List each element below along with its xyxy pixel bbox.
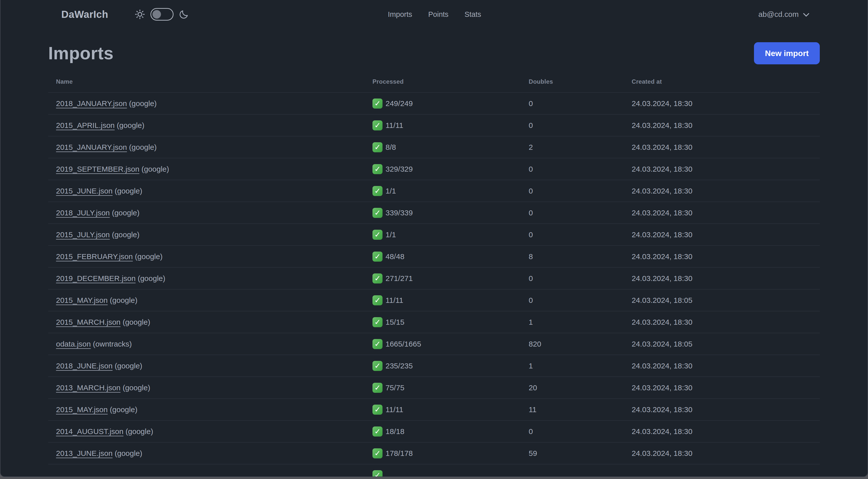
import-file-link[interactable]: 2018_JUNE.json	[56, 362, 113, 370]
import-file-link[interactable]: 2015_APRIL.json	[56, 121, 115, 129]
cell-created-at: 24.03.2024, 18:05	[624, 289, 820, 311]
import-file-link[interactable]: odata.json	[56, 340, 91, 348]
app-window: DaWarIch	[0, 0, 868, 477]
cell-processed: ✓ 8/8	[365, 136, 521, 158]
created-at-value: 24.03.2024, 18:05	[632, 296, 692, 304]
cell-processed: ✓ 1/1	[365, 180, 521, 202]
processed-count: 329/329	[385, 165, 413, 173]
created-at-value: 24.03.2024, 18:30	[632, 252, 692, 261]
cell-created-at: 24.03.2024, 18:30	[624, 398, 820, 420]
cell-doubles	[521, 464, 624, 477]
cell-name: 2013_JUNE.json (google)	[48, 442, 365, 464]
cell-created-at: 24.03.2024, 18:30	[624, 442, 820, 464]
cell-created-at: 24.03.2024, 18:30	[624, 114, 820, 136]
import-source-label: (google)	[117, 121, 145, 129]
cell-processed: ✓ 178/178	[365, 442, 521, 464]
import-file-link[interactable]: 2019_DECEMBER.json	[56, 274, 135, 282]
processed-count: 1/1	[385, 187, 396, 195]
import-file-link[interactable]: 2015_MAY.json	[56, 406, 108, 414]
theme-switch-knob	[152, 10, 161, 19]
table-row: 2013_JUNE.json (google) ✓ 178/178 59 24.…	[48, 442, 820, 464]
cell-created-at	[624, 464, 820, 477]
import-file-link[interactable]: 2013_MARCH.json	[56, 384, 121, 392]
import-file-link[interactable]: 2018_JULY.json	[56, 209, 110, 217]
table-row: 2015_FEBRUARY.json (google) ✓ 48/48 8 24…	[48, 245, 820, 267]
processed-count: 235/235	[385, 362, 413, 370]
cell-processed: ✓ 11/11	[365, 114, 521, 136]
processed-count: 271/271	[385, 274, 413, 283]
import-file-link[interactable]: 2015_JUNE.json	[56, 187, 113, 195]
cell-created-at: 24.03.2024, 18:05	[624, 333, 820, 355]
cell-created-at: 24.03.2024, 18:30	[624, 92, 820, 114]
cell-processed: ✓ 271/271	[365, 267, 521, 289]
column-header-doubles: Doubles	[521, 71, 624, 92]
doubles-count: 1	[529, 362, 533, 370]
processed-count: 18/18	[385, 427, 404, 436]
account-email: ab@cd.com	[758, 10, 799, 19]
theme-switch[interactable]	[150, 8, 174, 21]
import-file-link[interactable]: 2015_MARCH.json	[56, 318, 121, 326]
success-check-icon: ✓	[372, 186, 382, 196]
app-logo[interactable]: DaWarIch	[61, 9, 108, 20]
cell-created-at: 24.03.2024, 18:30	[624, 420, 820, 442]
created-at-value: 24.03.2024, 18:30	[632, 187, 692, 195]
cell-name	[48, 464, 365, 477]
import-file-link[interactable]: 2015_FEBRUARY.json	[56, 252, 133, 261]
table-row: 2019_DECEMBER.json (google) ✓ 271/271 0 …	[48, 267, 820, 289]
created-at-value: 24.03.2024, 18:30	[632, 209, 692, 217]
account-menu[interactable]: ab@cd.com	[758, 10, 808, 19]
created-at-value: 24.03.2024, 18:30	[632, 99, 692, 108]
import-file-link[interactable]: 2015_MAY.json	[56, 296, 108, 304]
import-file-link[interactable]: 2015_JULY.json	[56, 231, 110, 239]
nav-item-stats[interactable]: Stats	[465, 10, 481, 19]
cell-created-at: 24.03.2024, 18:30	[624, 180, 820, 202]
table-row: 2015_MAY.json (google) ✓ 11/11 11 24.03.…	[48, 398, 820, 420]
success-check-icon: ✓	[372, 295, 382, 305]
processed-count: 8/8	[385, 143, 396, 152]
import-source-label: (google)	[123, 384, 150, 392]
success-check-icon: ✓	[372, 448, 382, 458]
cell-created-at: 24.03.2024, 18:30	[624, 311, 820, 333]
processed-count: 15/15	[385, 318, 404, 326]
cell-name: 2015_MAY.json (google)	[48, 289, 365, 311]
processed-count: 339/339	[385, 209, 413, 217]
created-at-value: 24.03.2024, 18:30	[632, 143, 692, 151]
nav-item-imports[interactable]: Imports	[388, 10, 412, 19]
cell-created-at: 24.03.2024, 18:30	[624, 224, 820, 245]
cell-processed: ✓ 18/18	[365, 420, 521, 442]
created-at-value: 24.03.2024, 18:30	[632, 427, 692, 436]
cell-created-at: 24.03.2024, 18:30	[624, 245, 820, 267]
table-row: odata.json (owntracks) ✓ 1665/1665 820 2…	[48, 333, 820, 355]
doubles-count: 0	[529, 99, 533, 108]
new-import-button[interactable]: New import	[754, 42, 820, 64]
table-row: 2015_APRIL.json (google) ✓ 11/11 0 24.03…	[48, 114, 820, 136]
import-file-link[interactable]: 2013_JUNE.json	[56, 449, 113, 457]
theme-toggle-group	[134, 8, 189, 21]
processed-count: 75/75	[385, 384, 404, 392]
cell-doubles: 0	[521, 224, 624, 245]
doubles-count: 59	[529, 449, 537, 457]
import-file-link[interactable]: 2019_SEPTEMBER.json	[56, 165, 140, 173]
table-row: 2018_JUNE.json (google) ✓ 235/235 1 24.0…	[48, 355, 820, 377]
import-source-label: (google)	[112, 209, 140, 217]
doubles-count: 20	[529, 384, 537, 392]
import-source-label: (google)	[126, 427, 153, 436]
navbar-left: DaWarIch	[61, 8, 388, 21]
processed-count: 249/249	[385, 99, 413, 108]
import-source-label: (google)	[115, 449, 142, 457]
doubles-count: 0	[529, 427, 533, 436]
processed-count: 1665/1665	[385, 340, 421, 348]
nav-item-points[interactable]: Points	[428, 10, 448, 19]
cell-doubles: 0	[521, 420, 624, 442]
page-header: Imports New import	[48, 42, 820, 64]
cell-name: 2015_FEBRUARY.json (google)	[48, 245, 365, 267]
import-file-link[interactable]: 2014_AUGUST.json	[56, 427, 123, 436]
column-header-name: Name	[48, 71, 365, 92]
table-header-row: Name Processed Doubles Created at	[48, 71, 820, 92]
import-source-label: (google)	[112, 231, 140, 239]
import-file-link[interactable]: 2015_JANUARY.json	[56, 143, 127, 151]
created-at-value: 24.03.2024, 18:30	[632, 318, 692, 326]
processed-count: 178/178	[385, 449, 413, 458]
doubles-count: 8	[529, 252, 533, 261]
import-file-link[interactable]: 2018_JANUARY.json	[56, 99, 127, 108]
